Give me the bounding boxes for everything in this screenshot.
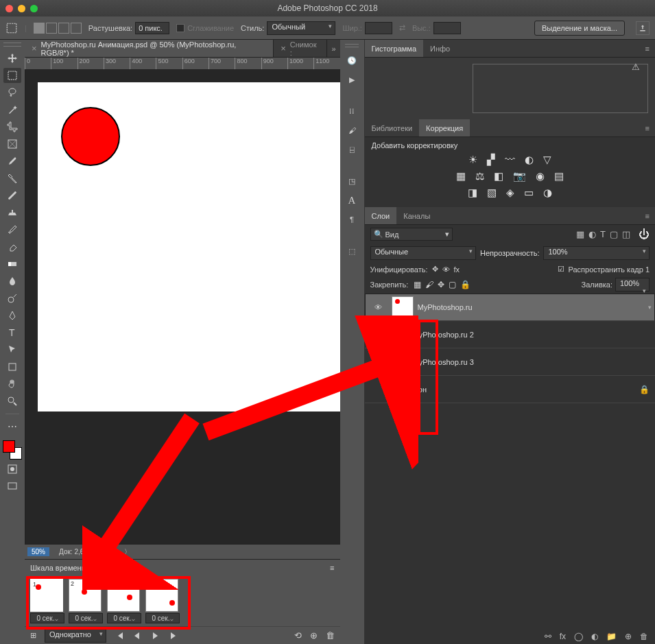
- 3d-panel-icon[interactable]: ⬚: [346, 245, 358, 257]
- unify-style-icon[interactable]: fx: [454, 265, 460, 274]
- play-icon[interactable]: [150, 631, 160, 641]
- color-balance-icon[interactable]: ⚖: [475, 170, 484, 182]
- zoom-tool[interactable]: [3, 394, 21, 409]
- quick-mask-icon[interactable]: [3, 462, 21, 477]
- close-tab-icon[interactable]: ×: [281, 43, 286, 53]
- next-frame-icon[interactable]: [168, 631, 178, 641]
- paragraph-panel-icon[interactable]: ¶: [346, 213, 358, 226]
- delete-frame-icon[interactable]: 🗑: [326, 630, 335, 641]
- tab-layers[interactable]: Слои: [365, 207, 397, 224]
- selective-color-icon[interactable]: ◑: [543, 187, 552, 199]
- brushes-panel-icon[interactable]: ⁞⁞: [346, 105, 358, 117]
- lock-position-icon[interactable]: ✥: [438, 280, 444, 289]
- move-tool[interactable]: [3, 51, 21, 66]
- selection-subtract-icon[interactable]: [58, 23, 69, 34]
- type-tool[interactable]: T: [3, 325, 21, 340]
- strip-grip-icon[interactable]: [345, 44, 359, 47]
- gradient-tool[interactable]: [3, 257, 21, 272]
- lock-artboard-icon[interactable]: ▢: [449, 280, 456, 289]
- propagate-label[interactable]: Распространить кадр 1: [569, 265, 650, 274]
- color-swatches[interactable]: [3, 440, 22, 460]
- lock-pixels-icon[interactable]: 🖌: [425, 280, 433, 289]
- exposure-icon[interactable]: ◐: [525, 154, 534, 166]
- link-layers-icon[interactable]: ⚯: [545, 632, 551, 641]
- tab-adjustments[interactable]: Коррекция: [419, 119, 470, 136]
- filter-type-icon[interactable]: T: [600, 229, 606, 239]
- maximize-window-icon[interactable]: [30, 5, 38, 12]
- filter-toggle-icon[interactable]: ⏻: [639, 228, 650, 241]
- levels-icon[interactable]: ▞: [487, 154, 495, 166]
- eraser-tool[interactable]: [3, 239, 21, 254]
- dodge-tool[interactable]: [3, 291, 21, 306]
- filter-adjust-icon[interactable]: ◐: [588, 229, 596, 239]
- magic-wand-tool[interactable]: [3, 102, 21, 117]
- screen-mode-icon[interactable]: [3, 479, 21, 494]
- filter-shape-icon[interactable]: ▢: [610, 229, 618, 239]
- lock-transparent-icon[interactable]: ▦: [414, 280, 421, 289]
- marquee-tool[interactable]: [3, 68, 21, 83]
- hue-icon[interactable]: ▦: [456, 170, 466, 182]
- channel-mixer-icon[interactable]: ◉: [536, 170, 545, 182]
- feather-input[interactable]: [135, 22, 169, 34]
- lookup-icon[interactable]: ▤: [554, 170, 564, 182]
- bw-icon[interactable]: ◧: [494, 170, 503, 182]
- pen-tool[interactable]: [3, 308, 21, 323]
- frame-tool[interactable]: [3, 136, 21, 152]
- select-and-mask-button[interactable]: Выделение и маска...: [534, 21, 625, 36]
- vibrance-icon[interactable]: ▽: [543, 154, 551, 166]
- photo-filter-icon[interactable]: 📷: [513, 170, 526, 182]
- edit-toolbar-icon[interactable]: ⋯: [3, 419, 21, 434]
- brush-tool[interactable]: [3, 188, 21, 203]
- tween-icon[interactable]: ⟲: [294, 630, 302, 641]
- selection-add-icon[interactable]: [46, 23, 57, 34]
- new-layer-icon[interactable]: ⊕: [625, 632, 632, 641]
- actions-panel-icon[interactable]: ▶: [346, 73, 358, 86]
- filter-pixel-icon[interactable]: ▦: [576, 229, 584, 239]
- tab-info[interactable]: Инфо: [423, 40, 457, 57]
- curves-icon[interactable]: 〰: [505, 154, 515, 166]
- selection-new-icon[interactable]: [34, 23, 45, 34]
- layer-filter-select[interactable]: 🔍Вид▾: [370, 228, 453, 241]
- hand-tool[interactable]: [3, 377, 21, 392]
- tab-libraries[interactable]: Библиотеки: [365, 119, 420, 136]
- unify-visibility-icon[interactable]: 👁: [442, 265, 450, 274]
- unify-position-icon[interactable]: ✥: [432, 265, 438, 274]
- tabs-overflow-icon[interactable]: »: [327, 40, 340, 57]
- layer-mask-icon[interactable]: ◯: [574, 632, 583, 641]
- filter-smart-icon[interactable]: ◫: [622, 229, 630, 239]
- eyedropper-tool[interactable]: [3, 154, 21, 169]
- new-group-icon[interactable]: 📁: [606, 632, 617, 641]
- path-selection-tool[interactable]: [3, 342, 21, 357]
- panel-menu-icon[interactable]: ≡: [640, 207, 655, 224]
- opacity-input[interactable]: 100%: [543, 246, 650, 260]
- navigator-panel-icon[interactable]: ◳: [346, 175, 358, 187]
- minimize-window-icon[interactable]: [18, 5, 25, 12]
- brush-settings-icon[interactable]: 🖌: [346, 124, 358, 136]
- layer-visibility-icon[interactable]: 👁: [370, 303, 388, 311]
- prev-frame-icon[interactable]: [132, 631, 142, 641]
- clone-stamp-tool[interactable]: [3, 205, 21, 220]
- history-panel-icon[interactable]: 🕓: [346, 54, 358, 67]
- character-panel-icon[interactable]: A: [346, 194, 358, 206]
- history-brush-tool[interactable]: [3, 222, 21, 237]
- gradient-map-icon[interactable]: ▭: [524, 187, 534, 199]
- animation-frame[interactable]: 10 сек.⌵: [30, 579, 64, 623]
- tab-histogram[interactable]: Гистограмма: [365, 40, 424, 57]
- brightness-icon[interactable]: ☀: [468, 154, 477, 166]
- panel-menu-icon[interactable]: ≡: [640, 40, 655, 57]
- new-frame-icon[interactable]: ⊕: [310, 630, 318, 641]
- delete-layer-icon[interactable]: 🗑: [640, 632, 648, 641]
- lasso-tool[interactable]: [3, 85, 21, 100]
- shape-tool[interactable]: [3, 359, 21, 374]
- healing-brush-tool[interactable]: [3, 171, 21, 186]
- lock-all-icon[interactable]: 🔒: [460, 280, 471, 289]
- posterize-icon[interactable]: ▧: [487, 187, 497, 199]
- zoom-level[interactable]: 50%: [27, 547, 49, 556]
- toolbar-grip-icon[interactable]: [3, 43, 21, 47]
- close-window-icon[interactable]: [5, 5, 13, 12]
- blend-mode-select[interactable]: Обычные: [370, 246, 477, 260]
- document-tab-active[interactable]: ×MyPhotoshop.ru Анимация.psd @ 50% (MyPh…: [25, 40, 274, 57]
- first-frame-icon[interactable]: [115, 631, 124, 641]
- histogram-warning-icon[interactable]: ⚠: [632, 62, 640, 72]
- panel-menu-icon[interactable]: ≡: [640, 119, 655, 136]
